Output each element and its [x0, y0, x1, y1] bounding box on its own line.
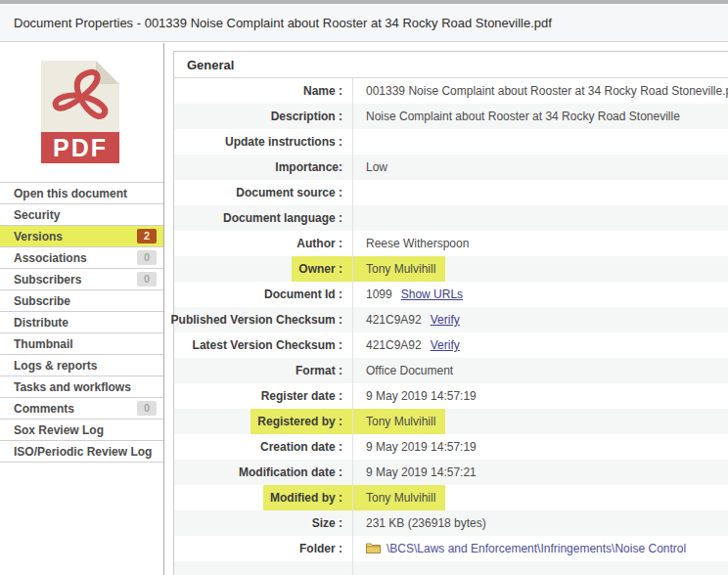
sidebar-item-logs-reports[interactable]: Logs & reports: [0, 355, 163, 376]
property-row: Document source :: [174, 180, 728, 205]
property-value: 9 May 2019 14:57:19: [366, 389, 477, 403]
count-badge: 2: [137, 229, 157, 243]
sidebar-item-label: Tasks and workflows: [14, 380, 131, 394]
property-label: Update instructions :: [225, 135, 342, 149]
property-label: Document source :: [236, 186, 342, 199]
window-title-bar: Document Properties - 001339 Noise Compl…: [0, 4, 728, 42]
property-row: Latest Version Checksum : 421C9A92 Verif…: [174, 332, 728, 358]
sidebar-item-thumbnail[interactable]: Thumbnail: [0, 333, 163, 355]
property-label: Format :: [296, 364, 342, 377]
sidebar: PDF Open this document Security Versions…: [0, 43, 164, 575]
property-label: Importance:: [275, 160, 342, 174]
count-badge: 0: [137, 250, 157, 265]
property-label: Author :: [296, 237, 342, 250]
property-label: Folder :: [299, 542, 342, 555]
property-label: Document Id :: [264, 288, 342, 301]
property-row: Size : 231 KB (236918 bytes): [174, 510, 728, 536]
property-label: Latest Version Checksum :: [193, 338, 342, 352]
property-row: Format : Office Document: [174, 358, 728, 383]
property-value: 9 May 2019 14:57:19: [366, 440, 477, 454]
property-row: Document language :: [174, 205, 728, 231]
sidebar-item-subscribe[interactable]: Subscribe: [0, 290, 163, 312]
property-value: 421C9A92: [366, 313, 422, 327]
sidebar-item-label: ISO/Periodic Review Log: [14, 445, 152, 459]
general-panel: General Name : 001339 Noise Complaint ab…: [173, 51, 728, 575]
property-value: Office Document: [366, 364, 453, 377]
property-label: Registered by :: [250, 409, 352, 434]
sidebar-item-iso-periodic-review-log[interactable]: ISO/Periodic Review Log: [0, 441, 163, 463]
property-value: Reese Witherspoon: [366, 237, 469, 250]
property-label: Document language :: [223, 211, 342, 225]
property-value: Tony Mulvihill: [353, 409, 445, 434]
property-value: 1099: [366, 288, 392, 301]
table-tail-strip: [174, 561, 728, 575]
sidebar-menu: Open this document Security Versions 2 A…: [0, 182, 163, 463]
property-row: Name : 001339 Noise Complaint about Roos…: [174, 78, 728, 104]
folder-icon: [366, 542, 381, 556]
sidebar-item-versions[interactable]: Versions 2: [0, 226, 163, 247]
property-value: Tony Mulvihill: [353, 256, 445, 282]
sidebar-item-label: Subscribers: [14, 273, 81, 287]
verify-link[interactable]: Verify: [431, 313, 460, 327]
property-row: Register date : 9 May 2019 14:57:19: [174, 383, 728, 409]
sidebar-item-associations[interactable]: Associations 0: [0, 247, 163, 269]
property-row: Published Version Checksum : 421C9A92 Ve…: [174, 307, 728, 332]
sidebar-item-sox-review-log[interactable]: Sox Review Log: [0, 420, 163, 441]
property-row: Importance: Low: [174, 155, 728, 180]
property-value[interactable]: \BCS\Laws and Enforcement\Infringements\…: [387, 542, 686, 555]
sidebar-item-distribute[interactable]: Distribute: [0, 312, 163, 333]
pdf-label: PDF: [53, 134, 108, 161]
sidebar-item-comments[interactable]: Comments 0: [0, 398, 163, 420]
show-urls-link[interactable]: Show URLs: [401, 288, 463, 301]
sidebar-item-label: Distribute: [14, 316, 68, 330]
property-row: Modified by : Tony Mulvihill: [174, 485, 728, 510]
property-label: Owner :: [292, 256, 352, 282]
general-table: Name : 001339 Noise Complaint about Roos…: [174, 78, 728, 561]
verify-link[interactable]: Verify: [431, 338, 460, 352]
property-label: Size :: [312, 516, 342, 530]
property-row: Author : Reese Witherspoon: [174, 231, 728, 256]
property-row: Description : Noise Complaint about Roos…: [174, 104, 728, 129]
property-label: Description :: [271, 110, 342, 123]
sidebar-item-label: Comments: [14, 402, 74, 416]
sidebar-item-label: Sox Review Log: [14, 423, 104, 437]
property-value: Low: [366, 160, 387, 174]
count-badge: 0: [137, 272, 157, 287]
sidebar-item-label: Versions: [14, 230, 63, 243]
property-row: Update instructions :: [174, 129, 728, 155]
property-row: Owner : Tony Mulvihill: [174, 256, 728, 282]
property-label: Published Version Checksum :: [171, 313, 342, 327]
property-label: Modification date :: [239, 465, 342, 479]
property-label: Name :: [303, 84, 342, 98]
sidebar-item-label: Associations: [14, 251, 87, 265]
sidebar-item-label: Open this document: [14, 187, 127, 200]
sidebar-item-label: Subscribe: [14, 294, 70, 308]
property-value: 9 May 2019 14:57:21: [366, 465, 477, 479]
property-row: Modification date : 9 May 2019 14:57:21: [174, 460, 728, 485]
sidebar-item-label: Logs & reports: [14, 359, 97, 373]
sidebar-item-label: Security: [14, 208, 60, 222]
property-row: Folder : \BCS\Laws and Enforcement\Infri…: [174, 536, 728, 561]
property-label: Register date :: [261, 389, 342, 403]
property-value: 231 KB (236918 bytes): [366, 516, 486, 530]
property-row: Document Id : 1099 Show URLs: [174, 282, 728, 307]
count-badge: 0: [137, 401, 157, 416]
property-value: 001339 Noise Complaint about Rooster at …: [366, 84, 728, 98]
property-label: Creation date :: [260, 440, 342, 454]
general-section-header: General: [174, 52, 728, 78]
pdf-file-icon: PDF: [41, 61, 119, 163]
property-label: Modified by :: [263, 485, 352, 510]
sidebar-item-tasks-and-workflows[interactable]: Tasks and workflows: [0, 376, 163, 398]
sidebar-item-label: Thumbnail: [14, 337, 73, 351]
property-row: Registered by : Tony Mulvihill: [174, 409, 728, 434]
sidebar-item-open-this-document[interactable]: Open this document: [0, 183, 163, 204]
property-value: Noise Complaint about Rooster at 34 Rock…: [366, 110, 680, 123]
property-value: 421C9A92: [366, 338, 422, 352]
property-value: Tony Mulvihill: [353, 485, 445, 510]
sidebar-item-security[interactable]: Security: [0, 204, 163, 226]
window-title: Document Properties - 001339 Noise Compl…: [14, 16, 552, 30]
property-row: Creation date : 9 May 2019 14:57:19: [174, 434, 728, 460]
sidebar-item-subscribers[interactable]: Subscribers 0: [0, 269, 163, 290]
